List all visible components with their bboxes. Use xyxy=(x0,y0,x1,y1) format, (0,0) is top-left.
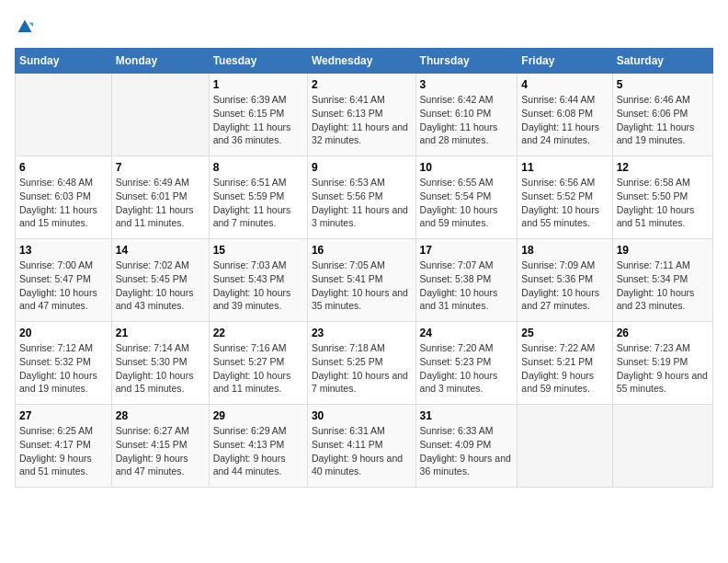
page-header xyxy=(15,15,713,37)
day-info: Sunrise: 7:20 AM Sunset: 5:23 PM Dayligh… xyxy=(420,341,514,396)
day-cell: 29Sunrise: 6:29 AM Sunset: 4:13 PM Dayli… xyxy=(209,405,307,488)
day-number: 29 xyxy=(213,409,303,422)
day-number: 20 xyxy=(19,327,108,339)
day-info: Sunrise: 7:05 AM Sunset: 5:41 PM Dayligh… xyxy=(312,259,412,313)
day-number: 10 xyxy=(420,161,514,174)
day-cell: 27Sunrise: 6:25 AM Sunset: 4:17 PM Dayli… xyxy=(16,405,112,488)
day-number: 11 xyxy=(521,161,608,174)
day-cell: 10Sunrise: 6:55 AM Sunset: 5:54 PM Dayli… xyxy=(415,156,518,239)
day-number: 7 xyxy=(116,161,205,174)
header-wednesday: Wednesday xyxy=(307,49,415,74)
day-number: 15 xyxy=(213,244,303,257)
day-cell: 9Sunrise: 6:53 AM Sunset: 5:56 PM Daylig… xyxy=(307,156,415,239)
day-cell: 31Sunrise: 6:33 AM Sunset: 4:09 PM Dayli… xyxy=(415,405,518,488)
day-info: Sunrise: 6:53 AM Sunset: 5:56 PM Dayligh… xyxy=(312,176,412,230)
day-number: 24 xyxy=(420,327,514,339)
day-info: Sunrise: 7:00 AM Sunset: 5:47 PM Dayligh… xyxy=(19,259,108,313)
day-cell: 20Sunrise: 7:12 AM Sunset: 5:32 PM Dayli… xyxy=(16,322,112,405)
day-info: Sunrise: 6:29 AM Sunset: 4:13 PM Dayligh… xyxy=(213,424,303,478)
day-info: Sunrise: 6:27 AM Sunset: 4:15 PM Dayligh… xyxy=(116,424,205,478)
logo xyxy=(15,15,33,37)
day-cell: 30Sunrise: 6:31 AM Sunset: 4:11 PM Dayli… xyxy=(307,405,415,488)
day-number: 5 xyxy=(617,78,709,91)
day-info: Sunrise: 7:09 AM Sunset: 5:36 PM Dayligh… xyxy=(521,259,608,313)
day-cell: 12Sunrise: 6:58 AM Sunset: 5:50 PM Dayli… xyxy=(612,156,712,239)
day-info: Sunrise: 6:55 AM Sunset: 5:54 PM Dayligh… xyxy=(420,176,514,230)
day-info: Sunrise: 7:23 AM Sunset: 5:19 PM Dayligh… xyxy=(617,341,709,396)
day-info: Sunrise: 6:56 AM Sunset: 5:52 PM Dayligh… xyxy=(521,176,608,230)
day-cell: 11Sunrise: 6:56 AM Sunset: 5:52 PM Dayli… xyxy=(518,156,612,239)
day-number: 1 xyxy=(213,78,303,91)
day-info: Sunrise: 6:25 AM Sunset: 4:17 PM Dayligh… xyxy=(19,424,108,478)
day-cell xyxy=(16,74,112,156)
day-info: Sunrise: 6:51 AM Sunset: 5:59 PM Dayligh… xyxy=(213,176,303,230)
day-cell: 25Sunrise: 7:22 AM Sunset: 5:21 PM Dayli… xyxy=(518,322,612,405)
day-info: Sunrise: 6:33 AM Sunset: 4:09 PM Dayligh… xyxy=(420,424,514,478)
day-info: Sunrise: 7:02 AM Sunset: 5:45 PM Dayligh… xyxy=(116,259,205,313)
day-cell: 28Sunrise: 6:27 AM Sunset: 4:15 PM Dayli… xyxy=(111,405,209,488)
day-cell: 6Sunrise: 6:48 AM Sunset: 6:03 PM Daylig… xyxy=(16,156,112,239)
week-row-2: 6Sunrise: 6:48 AM Sunset: 6:03 PM Daylig… xyxy=(16,156,713,239)
day-info: Sunrise: 6:49 AM Sunset: 6:01 PM Dayligh… xyxy=(116,176,205,230)
logo-icon xyxy=(17,18,33,35)
svg-marker-0 xyxy=(18,20,32,33)
day-number: 23 xyxy=(312,327,412,339)
day-cell: 5Sunrise: 6:46 AM Sunset: 6:06 PM Daylig… xyxy=(612,74,712,156)
calendar-table: SundayMondayTuesdayWednesdayThursdayFrid… xyxy=(15,48,713,488)
day-number: 25 xyxy=(521,327,608,339)
week-row-1: 1Sunrise: 6:39 AM Sunset: 6:15 PM Daylig… xyxy=(16,74,713,156)
day-cell: 23Sunrise: 7:18 AM Sunset: 5:25 PM Dayli… xyxy=(307,322,415,405)
day-number: 3 xyxy=(420,78,514,91)
day-info: Sunrise: 6:42 AM Sunset: 6:10 PM Dayligh… xyxy=(420,93,514,147)
day-cell xyxy=(111,74,209,156)
day-cell: 3Sunrise: 6:42 AM Sunset: 6:10 PM Daylig… xyxy=(415,74,518,156)
day-cell: 16Sunrise: 7:05 AM Sunset: 5:41 PM Dayli… xyxy=(307,239,415,322)
day-cell: 14Sunrise: 7:02 AM Sunset: 5:45 PM Dayli… xyxy=(111,239,209,322)
day-info: Sunrise: 7:11 AM Sunset: 5:34 PM Dayligh… xyxy=(617,259,709,313)
week-row-3: 13Sunrise: 7:00 AM Sunset: 5:47 PM Dayli… xyxy=(16,239,713,322)
header-sunday: Sunday xyxy=(16,49,112,74)
day-number: 31 xyxy=(420,409,514,422)
day-info: Sunrise: 7:12 AM Sunset: 5:32 PM Dayligh… xyxy=(19,341,108,396)
day-number: 12 xyxy=(617,161,709,174)
day-cell: 26Sunrise: 7:23 AM Sunset: 5:19 PM Dayli… xyxy=(612,322,712,405)
day-number: 4 xyxy=(521,78,608,91)
day-number: 9 xyxy=(312,161,412,174)
day-cell xyxy=(518,405,612,488)
day-cell: 4Sunrise: 6:44 AM Sunset: 6:08 PM Daylig… xyxy=(518,74,612,156)
day-cell: 15Sunrise: 7:03 AM Sunset: 5:43 PM Dayli… xyxy=(209,239,307,322)
week-row-4: 20Sunrise: 7:12 AM Sunset: 5:32 PM Dayli… xyxy=(16,322,713,405)
day-number: 26 xyxy=(617,327,709,339)
day-info: Sunrise: 7:14 AM Sunset: 5:30 PM Dayligh… xyxy=(116,341,205,396)
week-row-5: 27Sunrise: 6:25 AM Sunset: 4:17 PM Dayli… xyxy=(16,405,713,488)
day-info: Sunrise: 6:39 AM Sunset: 6:15 PM Dayligh… xyxy=(213,93,303,147)
day-info: Sunrise: 7:16 AM Sunset: 5:27 PM Dayligh… xyxy=(213,341,303,396)
day-cell: 19Sunrise: 7:11 AM Sunset: 5:34 PM Dayli… xyxy=(612,239,712,322)
day-number: 18 xyxy=(521,244,608,257)
day-number: 2 xyxy=(312,78,412,91)
day-number: 16 xyxy=(312,244,412,257)
calendar-header-row: SundayMondayTuesdayWednesdayThursdayFrid… xyxy=(16,49,713,74)
day-number: 28 xyxy=(116,409,205,422)
day-cell: 8Sunrise: 6:51 AM Sunset: 5:59 PM Daylig… xyxy=(209,156,307,239)
day-cell xyxy=(612,405,712,488)
day-number: 14 xyxy=(116,244,205,257)
day-cell: 7Sunrise: 6:49 AM Sunset: 6:01 PM Daylig… xyxy=(111,156,209,239)
day-cell: 21Sunrise: 7:14 AM Sunset: 5:30 PM Dayli… xyxy=(111,322,209,405)
svg-marker-1 xyxy=(29,23,34,28)
day-number: 22 xyxy=(213,327,303,339)
day-cell: 2Sunrise: 6:41 AM Sunset: 6:13 PM Daylig… xyxy=(307,74,415,156)
day-info: Sunrise: 7:18 AM Sunset: 5:25 PM Dayligh… xyxy=(312,341,412,396)
day-number: 30 xyxy=(312,409,412,422)
header-monday: Monday xyxy=(111,49,209,74)
header-thursday: Thursday xyxy=(415,49,518,74)
day-cell: 13Sunrise: 7:00 AM Sunset: 5:47 PM Dayli… xyxy=(16,239,112,322)
day-number: 17 xyxy=(420,244,514,257)
day-info: Sunrise: 7:22 AM Sunset: 5:21 PM Dayligh… xyxy=(521,341,608,396)
day-info: Sunrise: 7:03 AM Sunset: 5:43 PM Dayligh… xyxy=(213,259,303,313)
day-cell: 22Sunrise: 7:16 AM Sunset: 5:27 PM Dayli… xyxy=(209,322,307,405)
day-info: Sunrise: 6:41 AM Sunset: 6:13 PM Dayligh… xyxy=(312,93,412,147)
day-info: Sunrise: 6:46 AM Sunset: 6:06 PM Dayligh… xyxy=(617,93,709,147)
header-friday: Friday xyxy=(518,49,612,74)
day-number: 13 xyxy=(19,244,108,257)
